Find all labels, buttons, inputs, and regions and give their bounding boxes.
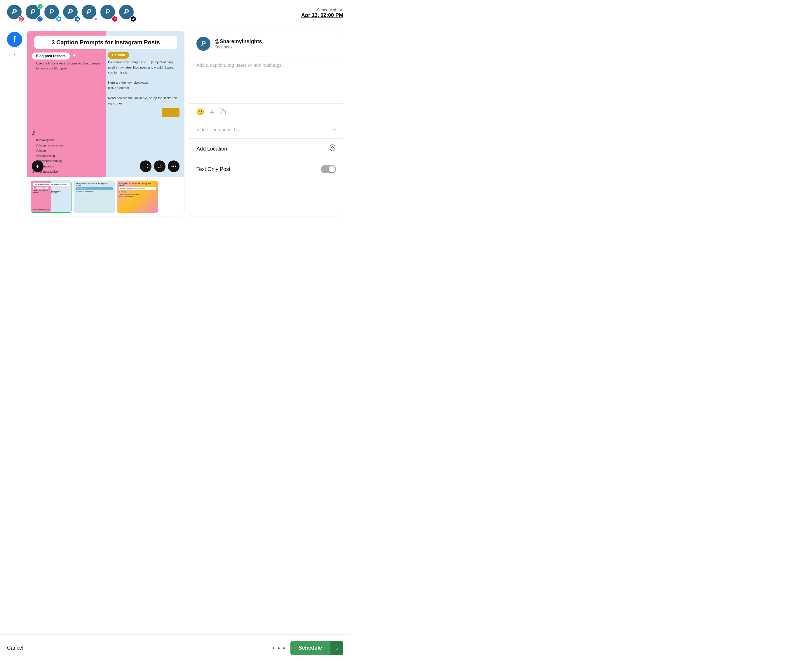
blog-post-tag: Blog post reshare <box>32 53 70 59</box>
image-actions: ⛶ ⇄ ••• <box>140 160 179 172</box>
video-thumbnail-row: Video Thumbnail: 0s + <box>189 121 343 139</box>
google-badge: G <box>93 16 99 22</box>
hashtag-button[interactable]: # <box>210 108 214 117</box>
add-media-button[interactable]: + <box>32 160 43 172</box>
twitter-badge <box>56 16 62 22</box>
svg-point-3 <box>76 18 77 18</box>
svg-rect-0 <box>20 18 23 21</box>
svg-rect-4 <box>222 110 226 114</box>
image-area: 3 Caption Prompts for Instagram Posts Bl… <box>27 31 184 177</box>
facebook-badge <box>37 16 43 22</box>
add-video-thumbnail-button[interactable]: + <box>332 126 336 134</box>
pinterest-badge: P <box>112 16 118 22</box>
emoji-button[interactable]: 🙂 <box>197 108 204 117</box>
text-only-post-row: Text Only Post <box>189 159 343 179</box>
platform-icon-google[interactable]: P G <box>82 5 98 21</box>
platform-icon-twitter[interactable]: P <box>44 5 61 21</box>
svg-point-2 <box>22 18 22 19</box>
thumbnail-2[interactable]: 3 Caption Prompts for Instagram Posts Da… <box>74 180 115 212</box>
platform-icon-instagram[interactable]: P <box>7 5 23 21</box>
location-pin-icon <box>329 144 336 153</box>
account-info: @Sharemyinsights Facebook <box>215 38 262 49</box>
ellipsis-icon: ••• <box>171 164 176 169</box>
scheduled-info: Scheduled for: Apr 13, 02:00 PM <box>301 8 343 18</box>
text-only-toggle[interactable] <box>321 165 336 173</box>
svg-point-1 <box>21 18 22 20</box>
scheduled-label: Scheduled for: <box>301 8 343 12</box>
top-bar: P P ✓ P P <box>0 0 350 26</box>
facebook-account-icon[interactable]: f <box>7 32 22 47</box>
main-content: f ⌃ 3 Caption Prompts for Instagram Post… <box>0 26 350 221</box>
toggle-thumb <box>329 166 335 172</box>
account-platform: Facebook <box>215 45 262 49</box>
plus-icon: + <box>36 163 40 170</box>
account-header: P @Sharemyinsights Facebook <box>189 31 343 57</box>
more-options-button[interactable]: ••• <box>168 160 179 172</box>
left-sidebar: f ⌃ <box>7 30 22 216</box>
account-username: @Sharemyinsights <box>215 38 262 45</box>
post-image: 3 Caption Prompts for Instagram Posts Bl… <box>27 31 184 177</box>
text-only-label: Text Only Post <box>197 166 230 172</box>
tip-text: Use the link sticker in Stories to direc… <box>36 61 103 135</box>
post-preview: 3 Caption Prompts for Instagram Posts Bl… <box>27 30 184 216</box>
swap-button[interactable]: ⇄ <box>154 160 165 172</box>
collapse-button[interactable]: ⌃ <box>10 51 20 61</box>
thumbnail-1[interactable]: 3 Caption Prompts for Instagram Posts Bl… <box>30 180 72 212</box>
caption-text: I've shared my thoughts on ....(subject … <box>108 60 179 106</box>
expand-button[interactable]: ⛶ <box>140 160 152 172</box>
image-title: 3 Caption Prompts for Instagram Posts <box>34 35 177 49</box>
caption-tag: Caption <box>108 52 129 59</box>
scheduled-date[interactable]: Apr 13, 02:00 PM <box>301 12 343 18</box>
platform-icons: P P ✓ P P <box>7 5 135 21</box>
add-location-label: Add Location <box>197 146 227 152</box>
caption-placeholder: Add a caption, tag users or add hashtags… <box>197 63 283 68</box>
right-panel: P @Sharemyinsights Facebook Add a captio… <box>189 30 343 216</box>
platform-icon-facebook[interactable]: P ✓ <box>26 5 42 21</box>
platform-icon-tiktok[interactable]: P <box>119 5 135 21</box>
platform-icon-linkedin[interactable]: P <box>63 5 79 21</box>
caption-tools: 🙂 # <box>189 104 343 121</box>
platform-icon-pinterest[interactable]: P P <box>101 5 117 21</box>
account-avatar: P <box>197 37 210 51</box>
expand-icon: ⛶ <box>143 164 148 169</box>
add-location-row[interactable]: Add Location <box>189 139 343 159</box>
copy-button[interactable] <box>219 108 226 117</box>
chevron-up-icon: ⌃ <box>13 53 16 58</box>
thumbnail-strip: 3 Caption Prompts for Instagram Posts Bl… <box>27 177 184 216</box>
instagram-badge <box>18 16 24 22</box>
video-thumbnail-label: Video Thumbnail: 0s <box>197 127 239 133</box>
caption-area[interactable]: Add a caption, tag users or add hashtags… <box>189 57 343 104</box>
linkedin-badge <box>74 16 80 22</box>
thumbnail-3[interactable]: 3 Caption Prompts for Instagram Posts 3 … <box>117 180 158 212</box>
swap-icon: ⇄ <box>158 164 162 169</box>
svg-point-5 <box>332 147 333 148</box>
tiktok-badge <box>130 16 136 22</box>
facebook-check: ✓ <box>37 3 43 10</box>
